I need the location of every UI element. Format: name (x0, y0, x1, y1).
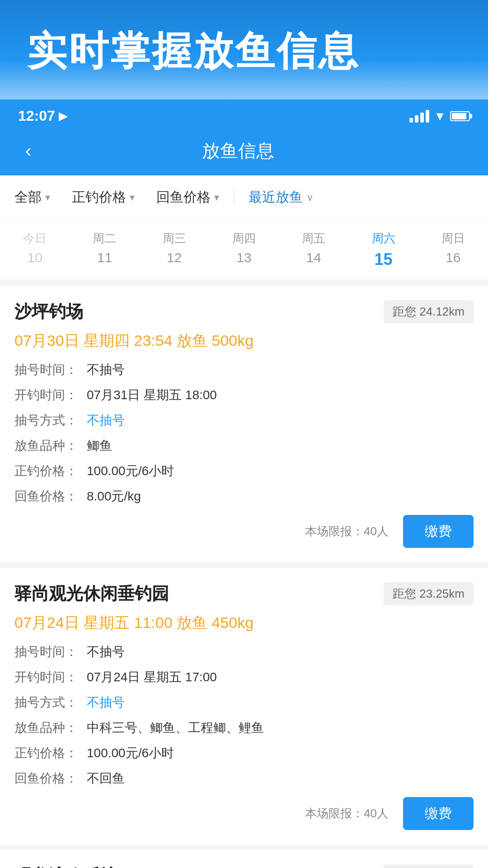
card-header-1: 沙坪钓场 距您 24.12km (14, 300, 474, 323)
card-detail-value-1-0: 不抽号 (87, 360, 125, 379)
card-distance-2: 距您 23.25km (384, 582, 474, 605)
card-detail-label-2-1: 开钓时间： (14, 668, 87, 687)
card-fish-time-2: 07月24日 星期五 11:00 放鱼 450kg (14, 613, 474, 633)
calendar-day-tue[interactable]: 周二 11 (70, 231, 139, 269)
card-shapingdiaochang: 沙坪钓场 距您 24.12km 07月30日 星期四 23:54 放鱼 500k… (0, 280, 488, 562)
card-detail-value-1-4: 100.00元/6小时 (87, 462, 174, 481)
content-area: 全部 ▾ 正钓价格 ▾ 回鱼价格 ▾ 最近放鱼 ∨ 今日 10 (0, 175, 488, 868)
card-detail-1-1: 开钓时间： 07月31日 星期五 18:00 (14, 386, 474, 405)
card-guanlongwanhuanletang: 观龙湾欢乐塘 距您 64.14km 07月20日 星期一 20:30 放鱼 17… (0, 844, 488, 868)
card-name-2: 驿尚观光休闲垂钓园 (14, 582, 169, 605)
status-left: 12:07 ▶ (18, 108, 67, 124)
phone-wrapper: 12:07 ▶ ▾ ‹ 放鱼信息 全部 ▾ (0, 99, 488, 868)
calendar-day-num-sat: 15 (375, 250, 393, 269)
nav-bar: ‹ 放鱼信息 (0, 130, 488, 175)
calendar-day-wed[interactable]: 周三 12 (140, 231, 209, 269)
card-detail-label-2-0: 抽号时间： (14, 642, 87, 661)
card-header-3: 观龙湾欢乐塘 距您 64.14km (14, 864, 474, 868)
card-detail-value-1-1: 07月31日 星期五 18:00 (87, 386, 217, 405)
calendar-day-name-tue: 周二 (93, 231, 116, 246)
status-right: ▾ (409, 108, 470, 123)
card-detail-value-1-2[interactable]: 不抽号 (87, 411, 125, 430)
card-header-2: 驿尚观光休闲垂钓园 距您 23.25km (14, 582, 474, 605)
card-name-3: 观龙湾欢乐塘 (14, 864, 117, 868)
filter-return-price-label: 回鱼价格 (156, 188, 211, 207)
card-detail-2-2: 抽号方式： 不抽号 (14, 693, 474, 712)
calendar-day-num-thu: 13 (236, 250, 251, 265)
card-detail-label-2-3: 放鱼品种： (14, 718, 87, 737)
filter-return-price[interactable]: 回鱼价格 ▾ (145, 188, 230, 207)
status-bar: 12:07 ▶ ▾ (0, 99, 488, 130)
signal-icon (409, 110, 429, 123)
card-detail-label-1-3: 放鱼品种： (14, 436, 87, 455)
filter-fishing-price-arrow: ▾ (130, 192, 135, 203)
card-detail-label-2-2: 抽号方式： (14, 693, 87, 712)
card-distance-3: 距您 64.14km (384, 864, 474, 868)
filter-all-label: 全部 (14, 188, 42, 207)
pay-button-2[interactable]: 缴费 (403, 797, 474, 830)
back-button[interactable]: ‹ (18, 137, 38, 165)
filter-recent-label: 最近放鱼 (249, 188, 303, 207)
battery-icon (450, 111, 470, 121)
card-footer-2: 本场限报：40人 缴费 (14, 797, 474, 830)
card-limit-2: 本场限报：40人 (305, 806, 389, 821)
card-detail-2-5: 回鱼价格： 不回鱼 (14, 769, 474, 788)
filter-fishing-price[interactable]: 正钓价格 ▾ (61, 188, 145, 207)
card-detail-1-5: 回鱼价格： 8.00元/kg (14, 487, 474, 506)
calendar-bar: 今日 10 周二 11 周三 12 周四 13 周五 14 周六 15 (0, 220, 488, 280)
card-detail-2-1: 开钓时间： 07月24日 星期五 17:00 (14, 668, 474, 687)
filter-bar: 全部 ▾ 正钓价格 ▾ 回鱼价格 ▾ 最近放鱼 ∨ (0, 175, 488, 220)
card-detail-label-1-1: 开钓时间： (14, 386, 87, 405)
card-detail-value-2-4: 100.00元/6小时 (87, 744, 174, 763)
calendar-day-thu[interactable]: 周四 13 (209, 231, 279, 269)
time-display: 12:07 (18, 108, 55, 124)
card-limit-1: 本场限报：40人 (305, 524, 389, 539)
card-detail-value-1-5: 8.00元/kg (87, 487, 141, 506)
card-detail-label-1-4: 正钓价格： (14, 462, 87, 481)
calendar-day-sun[interactable]: 周日 16 (418, 231, 488, 269)
card-detail-value-2-0: 不抽号 (87, 642, 125, 661)
card-detail-value-2-1: 07月24日 星期五 17:00 (87, 668, 217, 687)
card-detail-value-2-2[interactable]: 不抽号 (87, 693, 125, 712)
card-name-1: 沙坪钓场 (14, 300, 83, 323)
wifi-icon: ▾ (436, 108, 443, 123)
location-icon: ▶ (59, 110, 67, 123)
card-detail-label-2-4: 正钓价格： (14, 744, 87, 763)
card-detail-label-1-0: 抽号时间： (14, 360, 87, 379)
calendar-day-num-fri: 14 (306, 250, 321, 265)
calendar-day-name-thu: 周四 (232, 231, 256, 246)
card-detail-value-1-3: 鲫鱼 (87, 436, 112, 455)
hero-section: 实时掌握放鱼信息 (0, 0, 488, 99)
calendar-day-num-wed: 12 (167, 250, 182, 265)
calendar-day-num-tue: 11 (97, 250, 112, 265)
filter-all-arrow: ▾ (45, 192, 50, 203)
card-detail-1-3: 放鱼品种： 鲫鱼 (14, 436, 474, 455)
calendar-day-name-sat: 周六 (372, 231, 395, 246)
card-detail-2-3: 放鱼品种： 中科三号、鲫鱼、工程鲫、鲤鱼 (14, 718, 474, 737)
filter-fishing-price-label: 正钓价格 (72, 188, 126, 207)
calendar-day-name-fri: 周五 (302, 231, 325, 246)
card-detail-value-2-3: 中科三号、鲫鱼、工程鲫、鲤鱼 (87, 718, 264, 737)
card-distance-1: 距您 24.12km (384, 300, 474, 323)
calendar-day-name-sun: 周日 (441, 231, 465, 246)
card-detail-2-4: 正钓价格： 100.00元/6小时 (14, 744, 474, 763)
page-title: 放鱼信息 (38, 138, 437, 163)
calendar-day-fri[interactable]: 周五 14 (279, 231, 348, 269)
card-detail-label-2-5: 回鱼价格： (14, 769, 87, 788)
calendar-day-name-today: 今日 (23, 231, 47, 246)
card-detail-1-0: 抽号时间： 不抽号 (14, 360, 474, 379)
filter-recent[interactable]: 最近放鱼 ∨ (238, 188, 324, 207)
card-detail-2-0: 抽号时间： 不抽号 (14, 642, 474, 661)
filter-divider (234, 189, 234, 206)
calendar-day-today[interactable]: 今日 10 (0, 231, 70, 269)
card-detail-value-2-5: 不回鱼 (87, 769, 125, 788)
card-detail-1-4: 正钓价格： 100.00元/6小时 (14, 462, 474, 481)
calendar-day-num-today: 10 (27, 250, 42, 265)
calendar-day-num-sun: 16 (446, 250, 460, 265)
pay-button-1[interactable]: 缴费 (403, 515, 474, 548)
filter-all[interactable]: 全部 ▾ (14, 188, 61, 207)
calendar-day-sat[interactable]: 周六 15 (348, 231, 418, 269)
card-detail-label-1-2: 抽号方式： (14, 411, 87, 430)
calendar-day-name-wed: 周三 (163, 231, 186, 246)
card-jvshangguangyuanqu: 驿尚观光休闲垂钓园 距您 23.25km 07月24日 星期五 11:00 放鱼… (0, 562, 488, 844)
